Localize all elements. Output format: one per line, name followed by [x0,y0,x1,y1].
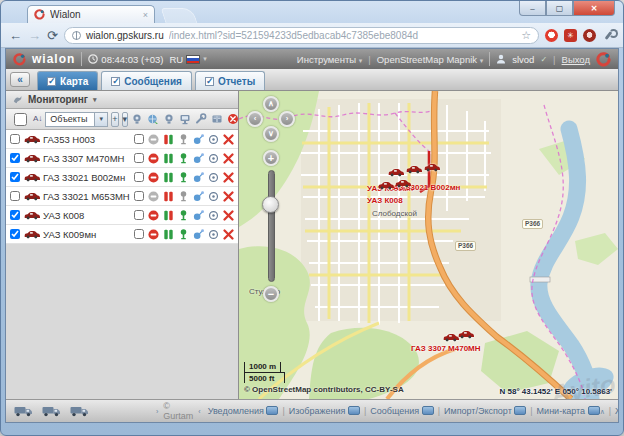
unit-map-marker[interactable] [423,158,440,167]
map-canvas[interactable]: УАЗ К009мнГАЗ 33021 В002мнУАЗ К008ГАЗ 33… [239,91,618,399]
tab-close-icon[interactable]: × [143,10,148,20]
unit-row[interactable]: УАЗ К008 [6,206,238,225]
tab-map[interactable]: Карта [37,71,98,90]
unit-follow-checkbox[interactable] [134,172,144,182]
remove-unit-icon[interactable] [223,172,234,183]
extension-icon-3[interactable] [583,29,596,42]
tab-checkbox[interactable] [205,77,214,86]
reload-button[interactable]: ⟳ [47,29,58,42]
pan-up-button[interactable]: ∧ [263,96,279,112]
statusbar-link[interactable]: Импорт/Экспорт [444,406,526,416]
unit-follow-checkbox[interactable] [134,210,144,220]
pan-down-button[interactable]: ∨ [263,126,279,142]
unit-visibility-checkbox[interactable] [10,172,20,182]
bookmark-star-icon[interactable]: ☆ [521,29,531,42]
locate-unit-icon[interactable] [208,229,219,240]
locate-unit-icon[interactable] [208,134,219,145]
tab-checkbox[interactable] [47,77,56,86]
unit-visibility-checkbox[interactable] [10,134,20,144]
pan-right-button[interactable]: › [279,111,295,127]
tab-reports[interactable]: Отчеты [195,71,265,90]
remove-unit-icon[interactable] [223,191,234,202]
language-selector[interactable]: RU ▾ [169,54,206,65]
unit-follow-checkbox[interactable] [134,134,144,144]
statusbar-link[interactable]: Журнал ∧ [615,406,619,416]
unit-map-marker[interactable] [377,176,394,185]
tools-menu[interactable]: Инструменты ▾ [297,54,362,65]
more-options-button[interactable]: ▾ [122,112,129,127]
window-minimize-button[interactable]: – [519,1,546,16]
statusbar-link[interactable]: Уведомления [208,406,279,416]
unit-row[interactable]: ГА353 Н003 [6,130,238,149]
truck-icon[interactable] [14,406,33,417]
column-camera-icon[interactable] [163,113,175,125]
tab-messages[interactable]: Сообщения [101,71,192,90]
column-track-icon[interactable] [147,113,159,125]
column-sensor-icon[interactable] [195,113,207,125]
monitoring-panel-header[interactable]: Мониторинг ▾ [6,91,238,109]
clear-all-icon[interactable] [227,113,239,125]
current-user[interactable]: slvod [512,54,534,65]
tab-checkbox[interactable] [111,77,120,86]
sort-icon[interactable]: A↓ [33,115,42,123]
unit-map-marker[interactable] [394,174,411,183]
locate-unit-icon[interactable] [208,191,219,202]
extension-icon-2[interactable] [564,29,577,42]
forward-button[interactable]: → [28,29,41,42]
remove-unit-icon[interactable] [223,210,234,221]
zoom-slider-track[interactable] [268,170,275,282]
remove-unit-icon[interactable] [223,134,234,145]
objects-filter-select[interactable]: Объекты ▾ [45,112,108,127]
browser-tab[interactable]: Wialon × [27,5,155,23]
unit-follow-checkbox[interactable] [134,191,144,201]
column-report-icon[interactable] [211,113,223,125]
address-bar[interactable]: wialon.gpskurs.ru/index.html?sid=5215942… [64,27,539,44]
add-unit-button[interactable]: + [111,112,118,127]
zoom-in-button[interactable]: + [263,150,279,166]
browser-titlebar[interactable]: Wialon × – ▢ ✕ [1,1,623,23]
window-maximize-button[interactable]: ▢ [546,1,573,16]
locate-unit-icon[interactable] [208,153,219,164]
logout-link[interactable]: Выход [562,54,590,65]
unit-visibility-checkbox[interactable] [10,191,20,201]
unit-map-marker[interactable] [387,163,404,172]
unit-name: УАЗ К009мн [43,229,131,240]
map-source-menu[interactable]: OpenStreetMap Mapnik ▾ [377,54,484,65]
unit-map-marker[interactable] [405,160,422,169]
window-close-button[interactable]: ✕ [573,1,615,16]
collapse-chevron-icon[interactable]: ∧ [600,408,605,415]
statusbar-link[interactable]: Изображения [289,406,360,416]
statusbar-link[interactable]: Мини-карта ∧ [537,406,605,416]
column-webcam-icon[interactable] [131,113,143,125]
new-tab-button[interactable] [161,8,198,23]
locate-unit-icon[interactable] [208,210,219,221]
unit-row[interactable]: ГАЗ 3307 М470МН [6,149,238,168]
chevron-down-icon[interactable]: ▾ [94,113,107,126]
unit-map-marker[interactable] [457,325,474,334]
unit-follow-checkbox[interactable] [134,229,144,239]
unit-visibility-checkbox[interactable] [10,229,20,239]
unit-visibility-checkbox[interactable] [10,210,20,220]
unit-follow-checkbox[interactable] [134,153,144,163]
unit-row[interactable]: УАЗ К009мн [6,225,238,244]
locate-unit-icon[interactable] [208,172,219,183]
statusbar-link[interactable]: Сообщения [370,406,433,416]
unit-row[interactable]: ГАЗ 33021 М653МН [6,187,238,206]
truck-icon[interactable] [42,406,61,417]
column-monitor-icon[interactable] [179,113,191,125]
statusbar-link-icon [514,406,526,415]
remove-unit-icon[interactable] [223,229,234,240]
zoom-out-button[interactable]: − [263,286,279,302]
unit-row[interactable]: ГАЗ 33021 В002мн [6,168,238,187]
remove-unit-icon[interactable] [223,153,234,164]
select-all-checkbox[interactable] [14,113,27,126]
truck-icon[interactable] [70,406,89,417]
back-button[interactable]: ← [9,29,22,42]
pan-left-button[interactable]: ‹ [247,111,263,127]
extension-icon-1[interactable] [545,29,558,42]
zoom-slider-handle[interactable] [262,196,279,213]
browser-menu-wrench-icon[interactable] [602,29,615,42]
collapse-panel-button[interactable]: « [10,72,30,87]
unit-visibility-checkbox[interactable] [10,153,20,163]
chevron-down-icon[interactable]: ▾ [93,96,97,104]
